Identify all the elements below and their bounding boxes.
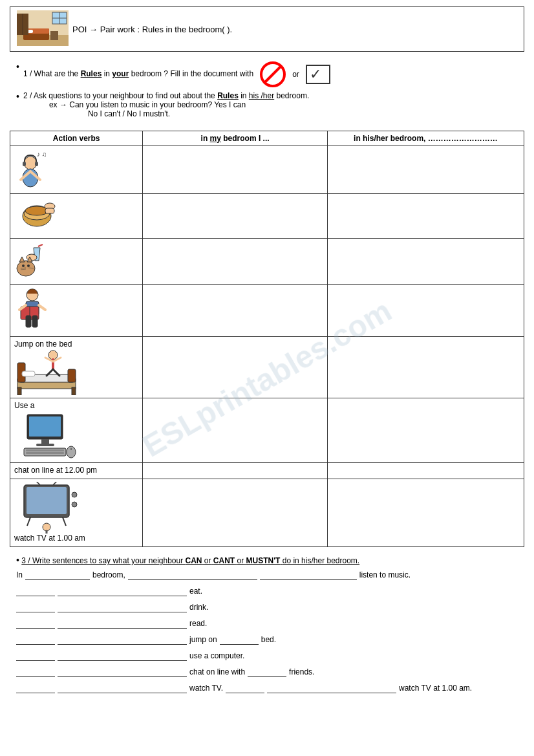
row-2-my-bedroom [143,194,328,239]
svg-rect-47 [72,387,76,395]
blank-4a [16,619,55,629]
svg-line-67 [63,517,66,526]
poi-text: POI [72,25,87,34]
blank-5a [16,635,55,645]
svg-rect-38 [26,316,31,327]
row-5-my-bedroom [143,337,328,398]
table-row: ♪ ♫ [10,146,524,194]
table-row [10,239,524,285]
blank-6b [58,651,187,661]
blank-2b [58,587,187,596]
instruction-item-2: • 2 / Ask questions to your neighbour to… [16,91,518,118]
watch-tv-cell: watch TV at 1.00 am [14,482,138,544]
blank-7b [58,667,187,677]
header-close-paren: ). [227,25,232,34]
table-row: Use a [10,398,524,463]
svg-line-24 [38,244,43,246]
row-3-action [10,239,143,285]
jump-bed-label: Jump on the bed [14,340,72,349]
svg-rect-60 [26,449,64,451]
row-7-his-bedroom [327,463,524,479]
row-6-action: Use a [10,398,143,463]
dance-cell [14,287,138,334]
blank-3b [58,603,187,612]
header-arrow: → [89,25,98,34]
table-row: watch TV at 1.00 am [10,479,524,547]
row-7-my-bedroom [143,463,328,479]
poi-label: POI → Pair work : Rules in the bedroom( … [72,25,232,34]
writing-section-title: • 3 / Write sentences to say what your n… [16,555,518,565]
use-a-label: Use a [14,401,34,410]
svg-point-74 [43,523,50,531]
svg-rect-22 [45,208,54,213]
writing-line-4: read. [16,619,518,629]
svg-rect-56 [29,416,61,437]
svg-point-62 [67,446,76,458]
writing-line-2: eat. [16,587,518,596]
blank-8b [58,684,187,693]
svg-text:♪ ♫: ♪ ♫ [37,151,47,158]
svg-rect-46 [17,387,21,395]
read-cell [14,241,138,281]
check-box-icon [306,65,330,84]
chat-label: chat on line at 12.00 pm [14,466,97,475]
dance-icon [14,287,66,334]
blank-5c [220,635,259,645]
row-5-his-bedroom [327,337,524,398]
svg-point-26 [17,261,35,276]
table-row [10,194,524,239]
col2-header: in my bedroom I ... [143,131,328,146]
table-row [10,285,524,337]
blank-1b [128,570,257,580]
jump-bed-icon [14,350,92,395]
instruction-2-line: 2 / Ask questions to your neighbour to f… [23,91,309,100]
blank-1a [25,570,90,580]
svg-point-30 [27,265,30,267]
blank-2a [16,587,55,596]
writing-line-3: drink. [16,603,518,612]
row-6-his-bedroom [327,398,524,463]
svg-rect-58 [36,444,54,446]
svg-rect-65 [27,487,67,514]
blank-7a [16,667,55,677]
row-5-action: Jump on the bed [10,337,143,398]
svg-marker-27 [19,257,25,262]
writing-section: • 3 / Write sentences to say what your n… [10,555,524,693]
table-row: Jump on the bed [10,337,524,398]
row-4-his-bedroom [327,285,524,337]
row-4-action [10,285,143,337]
row-4-my-bedroom [143,285,328,337]
row-8-his-bedroom [327,479,524,547]
blank-1c [260,570,357,580]
svg-rect-39 [32,316,37,327]
row-2-action [10,194,143,239]
col3-header: in his/her bedroom, ……………………… [327,131,524,146]
row-8-action: watch TV at 1.00 am [10,479,143,547]
writing-line-8: watch TV. watch TV at 1.00 am. [16,684,518,693]
writing-line-5: jump on bed. [16,635,518,645]
header-title: Pair work : Rules in the bedroom( [100,25,225,34]
read-icon [14,241,66,281]
svg-rect-14 [35,162,38,166]
instruction-2-content: 2 / Ask questions to your neighbour to f… [23,91,309,118]
svg-point-72 [72,492,77,497]
svg-point-49 [48,351,58,360]
blank-6a [16,651,55,661]
jump-bed-cell: Jump on the bed [14,340,138,395]
svg-rect-45 [68,369,76,382]
svg-rect-48 [22,371,35,376]
blank-7c [248,667,286,677]
blank-3a [16,603,55,612]
chat-cell: chat on line at 12.00 pm [14,466,138,476]
computer-icon [14,411,79,460]
blank-8d [267,684,396,693]
writing-line-1: In bedroom, listen to music. [16,570,518,580]
row-1-action: ♪ ♫ [10,146,143,194]
bedroom-image [17,10,69,46]
row-7-action: chat on line at 12.00 pm [10,463,143,479]
blank-8c [226,684,264,693]
table-row: chat on line at 12.00 pm [10,463,524,479]
writing-line-7: chat on line with friends. [16,667,518,677]
row-1-my-bedroom [143,146,328,194]
instruction-item-1: • 1 / What are the Rules in your bedroom… [16,61,518,87]
